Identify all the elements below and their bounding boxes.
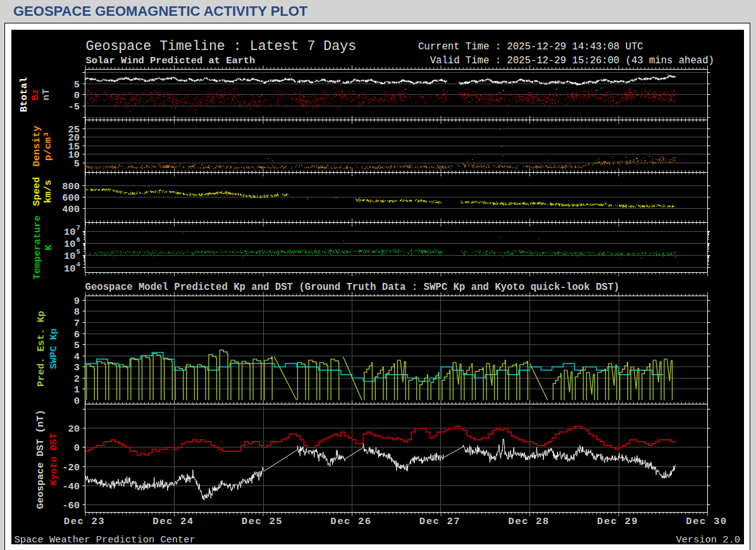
svg-text:Solar Wind Predicted at Earth: Solar Wind Predicted at Earth bbox=[86, 55, 256, 66]
svg-text:Dec 23: Dec 23 bbox=[64, 516, 105, 527]
svg-text:1: 1 bbox=[74, 384, 80, 396]
svg-text:p/cm³: p/cm³ bbox=[43, 132, 54, 161]
svg-text:-40: -40 bbox=[62, 481, 80, 492]
svg-text:Dec 25: Dec 25 bbox=[242, 516, 283, 527]
svg-text:10: 10 bbox=[64, 239, 75, 250]
svg-text:Dec 29: Dec 29 bbox=[597, 516, 638, 527]
svg-text:6: 6 bbox=[77, 236, 80, 244]
svg-text:-5: -5 bbox=[68, 101, 80, 113]
svg-text:Valid Time : 2025-12-29 15:26:: Valid Time : 2025-12-29 15:26:00 (43 min… bbox=[418, 55, 714, 66]
svg-text:Geospace Model Predicted Kp an: Geospace Model Predicted Kp and DST (Gro… bbox=[85, 282, 620, 293]
svg-text:Speed: Speed bbox=[31, 177, 42, 206]
svg-text:10: 10 bbox=[64, 227, 75, 238]
svg-text:400: 400 bbox=[62, 204, 80, 215]
svg-text:SWPC Kp: SWPC Kp bbox=[48, 328, 59, 370]
svg-text:Dec 30: Dec 30 bbox=[686, 516, 727, 527]
svg-text:0: 0 bbox=[74, 396, 80, 407]
svg-text:Dec 28: Dec 28 bbox=[508, 516, 549, 527]
svg-text:Version 2.0: Version 2.0 bbox=[676, 534, 740, 545]
svg-text:6: 6 bbox=[74, 329, 80, 341]
svg-text:7: 7 bbox=[77, 224, 80, 232]
svg-text:2: 2 bbox=[74, 373, 80, 385]
svg-text:5: 5 bbox=[74, 79, 80, 91]
svg-text:4: 4 bbox=[74, 351, 80, 363]
svg-text:Btotal: Btotal bbox=[18, 77, 30, 112]
svg-text:9: 9 bbox=[74, 296, 80, 307]
svg-text:10: 10 bbox=[64, 263, 75, 275]
svg-text:Dec 27: Dec 27 bbox=[419, 516, 461, 527]
svg-text:Temperature: Temperature bbox=[32, 215, 43, 280]
svg-text:600: 600 bbox=[62, 192, 80, 204]
svg-text:K: K bbox=[43, 244, 54, 251]
svg-text:0: 0 bbox=[74, 442, 80, 454]
svg-text:nT: nT bbox=[40, 89, 52, 100]
svg-text:4: 4 bbox=[77, 261, 80, 268]
svg-text:Density: Density bbox=[32, 125, 43, 166]
svg-text:20: 20 bbox=[68, 423, 80, 435]
svg-text:Dec 26: Dec 26 bbox=[330, 516, 371, 527]
svg-text:3: 3 bbox=[74, 362, 80, 373]
svg-text:Bz: Bz bbox=[30, 89, 41, 100]
svg-text:-60: -60 bbox=[62, 500, 80, 511]
svg-text:8: 8 bbox=[74, 306, 80, 318]
svg-text:10: 10 bbox=[64, 251, 75, 262]
svg-text:Space Weather Prediction Cente: Space Weather Prediction Center bbox=[15, 534, 195, 545]
svg-text:Geospace DST (nT): Geospace DST (nT) bbox=[35, 409, 47, 509]
svg-text:5: 5 bbox=[74, 158, 80, 170]
svg-text:km/s: km/s bbox=[42, 180, 54, 203]
svg-text:Pred. Est. Kp: Pred. Est. Kp bbox=[35, 311, 47, 387]
svg-text:5: 5 bbox=[77, 248, 80, 256]
svg-text:Dec 24: Dec 24 bbox=[152, 516, 194, 527]
svg-text:Kyoto DST: Kyoto DST bbox=[48, 433, 59, 485]
svg-text:5: 5 bbox=[74, 340, 80, 351]
svg-text:800: 800 bbox=[62, 181, 80, 192]
svg-text:7: 7 bbox=[74, 318, 80, 329]
svg-text:-20: -20 bbox=[62, 462, 80, 473]
svg-text:Geospace Timeline : Latest 7 D: Geospace Timeline : Latest 7 Days bbox=[86, 39, 357, 54]
svg-text:Current Time : 2025-12-29 14:4: Current Time : 2025-12-29 14:43:08 UTC bbox=[418, 41, 643, 53]
svg-text:0: 0 bbox=[74, 90, 80, 101]
